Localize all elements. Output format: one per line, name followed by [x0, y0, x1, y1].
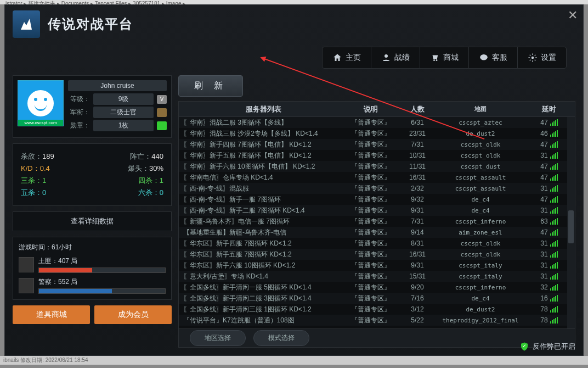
- cell-players: 3/12: [398, 305, 437, 313]
- cell-name: 〖全国多线〗新手清闲二服 3图循环 KD<1.4: [179, 294, 343, 303]
- detail-button[interactable]: 查看详细数据: [13, 211, 172, 231]
- cell-ping: 31: [524, 185, 574, 192]
- cell-players: 7/31: [398, 141, 437, 148]
- cell-ping: 31: [524, 250, 574, 258]
- server-row[interactable]: 〖华南电信〗仓库专场 KD<1.4『普通专区』16/31cscspt_assau…: [179, 172, 575, 183]
- hs-label: 爆头：: [128, 164, 149, 172]
- server-row[interactable]: 〖华东区〗新手五服 7图循环 KD<1.2『普通专区』16/31cscspt_o…: [179, 249, 575, 260]
- server-row[interactable]: 〖全国多线〗新手清闲一服 5图循环 KD<1.4『普通专区』9/20cscspt…: [179, 282, 575, 293]
- server-row[interactable]: 〖华南〗混战三服 沙漠2专场【多线】 KD<1.4『普通专区』23/31de_d…: [179, 128, 575, 139]
- vip-button[interactable]: 成为会员: [94, 305, 172, 324]
- server-row[interactable]: 〖意大利/古堡〗专场 KD<1.4『普通专区』15/31cscspt_italy…: [179, 271, 575, 282]
- server-table: 服务器列表 说明 人数 地图 延时 〖华南〗混战二服 3图循环【多线】『普通专区…: [178, 101, 575, 348]
- death-value: 440: [151, 152, 163, 160]
- cell-desc: 『普通专区』: [343, 283, 398, 292]
- server-row[interactable]: 〖西-南-专-线〗新手一服 7图循环『普通专区』9/32de_c447: [179, 194, 575, 205]
- server-row[interactable]: 〖华南〗混战二服 3图循环【多线】『普通专区』6/31cscspt_aztec4…: [179, 117, 575, 128]
- cell-desc: 『普通专区』: [343, 228, 398, 237]
- v-badge-icon: V: [157, 95, 167, 104]
- server-row[interactable]: 〖华南〗新手六服 10图循环【电信】 KD<1.2『普通专区』11/31cscs…: [179, 161, 575, 172]
- kd-label: K/D：: [21, 164, 40, 172]
- server-row[interactable]: 【基地重生服】新疆-乌鲁木齐-电信『普通专区』9/14aim_zone_esl4…: [179, 227, 575, 238]
- server-row[interactable]: 『传说平台』K7连跳服（普通）108图『普通专区』5/22theprodigy_…: [179, 315, 575, 326]
- cell-ping: 31: [524, 239, 574, 247]
- cell-map: cscspt_italy: [437, 273, 524, 280]
- close-icon[interactable]: ✕: [568, 8, 578, 23]
- nav-shop[interactable]: 商城: [420, 47, 469, 68]
- cell-desc: 『普通专区』: [343, 316, 398, 325]
- anticheat-status: 反作弊已开启: [519, 341, 575, 352]
- cell-ping: 31: [524, 261, 574, 269]
- cell-players: 2/32: [398, 185, 437, 192]
- fk-value: 0: [42, 188, 46, 197]
- table-header: 服务器列表 说明 人数 地图 延时: [179, 102, 575, 117]
- signal-icon: [550, 130, 558, 137]
- cell-name: 〖西-南-专-线〗新手一服 7图循环: [179, 195, 343, 204]
- cell-players: 8/31: [398, 239, 437, 247]
- shield-icon: [519, 341, 529, 352]
- cell-name: 〖全国多线〗新手清闲一服 5图循环 KD<1.4: [179, 283, 343, 292]
- nav-home[interactable]: 主页: [323, 47, 371, 68]
- cell-name: 〖全国多线〗新手清闲三服 1图循环 KD<1.2: [179, 305, 343, 314]
- server-row[interactable]: 〖华南〗新手五服 7图循环【电信】 KD<1.2『普通专区』10/31cscsp…: [179, 150, 575, 161]
- col-map[interactable]: 地图: [437, 105, 524, 113]
- nav-label: 设置: [541, 53, 556, 63]
- server-row[interactable]: 〖全国多线〗新手清闲二服 3图循环 KD<1.4『普通专区』7/16de_c41…: [179, 293, 575, 304]
- level-value: 9级: [93, 93, 154, 105]
- svg-point-2: [532, 57, 534, 59]
- cell-ping: 32: [524, 283, 574, 291]
- cell-ping: 47: [524, 196, 574, 203]
- cell-ping: 47: [524, 228, 574, 236]
- server-row[interactable]: 〖全国多线〗新手清闲三服 1图循环 KD<1.2『普通专区』3/12de_dus…: [179, 304, 575, 315]
- titlebar: 传说对战平台: [5, 5, 583, 43]
- server-row[interactable]: 〖新疆-乌鲁木齐〗电信一服 7图循环『普通专区』7/31cscspt_infer…: [179, 216, 575, 227]
- top-nav: 主页 战绩 商城 客服 设置: [322, 47, 567, 69]
- item-shop-button[interactable]: 道具商城: [13, 305, 90, 324]
- server-row[interactable]: 〖西-南-专-线〗新手二服 7图循环 KD<1.4『普通专区』9/31de_c4…: [179, 205, 575, 216]
- nav-settings[interactable]: 设置: [518, 47, 566, 68]
- cell-name: 〖华南〗新手五服 7图循环【电信】 KD<1.2: [179, 151, 343, 160]
- mode-select-button[interactable]: 模式选择: [253, 330, 309, 346]
- server-row[interactable]: 〖西-南-专-线〗混战服『普通专区』2/32cscspt_assault31: [179, 183, 575, 194]
- col-server[interactable]: 服务器列表: [179, 104, 343, 114]
- refresh-button[interactable]: 刷 新: [178, 75, 243, 97]
- cell-map: cscspt_inferno: [437, 218, 524, 225]
- role-icon: [19, 278, 34, 293]
- server-row[interactable]: 〖华东区〗新手六服 10图循环 KD<1.2『普通专区』9/31cscspt_i…: [179, 260, 575, 271]
- nav-support[interactable]: 客服: [469, 47, 518, 68]
- server-row[interactable]: 〖华东区〗新手四服 7图循环 KD<1.2『普通专区』8/31cscspt_ol…: [179, 238, 575, 249]
- scroll-thumb[interactable]: [568, 210, 574, 243]
- cell-ping: 16: [524, 294, 574, 302]
- cell-players: 9/31: [398, 261, 437, 269]
- cell-map: aim_zone_esl: [437, 229, 524, 236]
- cell-map: de_dust2: [437, 130, 524, 137]
- tk-label: 三杀：: [21, 176, 42, 185]
- cell-desc: 『普通专区』: [343, 151, 398, 160]
- cell-name: 『传说平台』K7连跳服（普通）108图: [179, 316, 343, 325]
- cell-desc: 『普通专区』: [343, 118, 398, 127]
- nav-record[interactable]: 战绩: [371, 47, 420, 68]
- anticheat-label: 反作弊已开启: [533, 342, 575, 352]
- scrollbar[interactable]: [567, 117, 575, 328]
- app-window: ✕ 传说对战平台 主页 战绩 商城 客服 设置 www.cscspt.com J…: [4, 4, 584, 356]
- col-desc[interactable]: 说明: [343, 104, 398, 114]
- cell-players: 9/31: [398, 207, 437, 214]
- gametime-value: 61小时: [52, 243, 72, 251]
- cell-map: cscspt_aztec: [437, 119, 524, 126]
- cell-name: 〖西-南-专-线〗混战服: [179, 184, 343, 193]
- rank-badge-icon: [157, 108, 167, 117]
- cell-players: 11/31: [398, 163, 437, 170]
- role-label: 土匪：407 局: [38, 257, 166, 266]
- kd-value: 0.4: [40, 164, 50, 172]
- region-select-button[interactable]: 地区选择: [190, 330, 246, 346]
- col-players[interactable]: 人数: [398, 104, 437, 114]
- cell-map: cscspt_dust: [437, 163, 524, 170]
- signal-icon: [550, 317, 558, 324]
- sidebar: www.cscspt.com John cruise 等级：9级V 军衔：二级士…: [13, 75, 172, 348]
- role-row: 土匪：407 局: [19, 257, 166, 273]
- cell-desc: 『普通专区』: [343, 206, 398, 215]
- cell-map: cscspt_oldk: [437, 152, 524, 159]
- server-row[interactable]: 〖华南〗新手四服 7图循环【电信】 KD<1.2『普通专区』7/31cscspt…: [179, 139, 575, 150]
- col-ping[interactable]: 延时: [524, 104, 574, 114]
- cell-desc: 『普通专区』: [343, 250, 398, 259]
